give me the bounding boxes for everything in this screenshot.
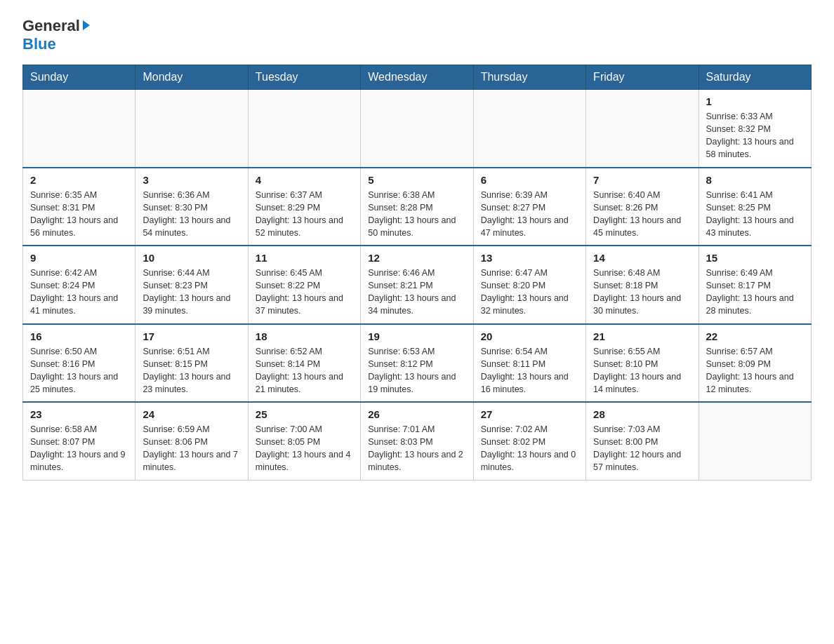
day-info: Sunrise: 6:52 AMSunset: 8:14 PMDaylight:…	[256, 345, 353, 396]
calendar-week-row: 23Sunrise: 6:58 AMSunset: 8:07 PMDayligh…	[23, 402, 812, 480]
calendar-day-cell: 16Sunrise: 6:50 AMSunset: 8:16 PMDayligh…	[23, 324, 135, 403]
day-number: 20	[481, 330, 578, 342]
column-header-tuesday: Tuesday	[248, 65, 360, 90]
day-number: 14	[593, 252, 691, 264]
day-info: Sunrise: 6:51 AMSunset: 8:15 PMDaylight:…	[143, 345, 240, 396]
column-header-thursday: Thursday	[473, 65, 585, 90]
logo-general: General	[22, 17, 90, 35]
day-number: 2	[30, 174, 128, 186]
calendar-day-cell: 14Sunrise: 6:48 AMSunset: 8:18 PMDayligh…	[586, 246, 699, 324]
column-header-friday: Friday	[586, 65, 699, 90]
day-info: Sunrise: 6:55 AMSunset: 8:10 PMDaylight:…	[593, 345, 691, 396]
day-info: Sunrise: 7:03 AMSunset: 8:00 PMDaylight:…	[593, 423, 691, 474]
day-info: Sunrise: 6:47 AMSunset: 8:20 PMDaylight:…	[481, 267, 578, 318]
calendar-day-cell: 6Sunrise: 6:39 AMSunset: 8:27 PMDaylight…	[473, 168, 585, 246]
calendar-day-cell: 10Sunrise: 6:44 AMSunset: 8:23 PMDayligh…	[135, 246, 248, 324]
calendar-day-cell: 23Sunrise: 6:58 AMSunset: 8:07 PMDayligh…	[23, 402, 135, 480]
calendar-day-cell: 5Sunrise: 6:38 AMSunset: 8:28 PMDaylight…	[361, 168, 473, 246]
logo: General Blue	[22, 17, 90, 53]
day-number: 25	[256, 408, 353, 420]
day-info: Sunrise: 6:53 AMSunset: 8:12 PMDaylight:…	[368, 345, 465, 396]
calendar-day-cell: 26Sunrise: 7:01 AMSunset: 8:03 PMDayligh…	[361, 402, 473, 480]
logo-general-text: General	[22, 17, 80, 35]
day-info: Sunrise: 6:41 AMSunset: 8:25 PMDaylight:…	[706, 189, 804, 240]
calendar-day-cell: 18Sunrise: 6:52 AMSunset: 8:14 PMDayligh…	[248, 324, 360, 403]
day-info: Sunrise: 7:01 AMSunset: 8:03 PMDaylight:…	[368, 423, 465, 474]
calendar-week-row: 2Sunrise: 6:35 AMSunset: 8:31 PMDaylight…	[23, 168, 812, 246]
day-number: 28	[593, 408, 691, 420]
day-number: 15	[706, 252, 804, 264]
day-number: 21	[593, 330, 691, 342]
day-info: Sunrise: 6:39 AMSunset: 8:27 PMDaylight:…	[481, 189, 578, 240]
calendar-day-cell: 12Sunrise: 6:46 AMSunset: 8:21 PMDayligh…	[361, 246, 473, 324]
day-number: 10	[143, 252, 240, 264]
calendar-day-cell	[473, 90, 585, 168]
day-info: Sunrise: 6:37 AMSunset: 8:29 PMDaylight:…	[256, 189, 353, 240]
calendar-day-cell: 1Sunrise: 6:33 AMSunset: 8:32 PMDaylight…	[699, 90, 811, 168]
calendar-day-cell: 3Sunrise: 6:36 AMSunset: 8:30 PMDaylight…	[135, 168, 248, 246]
calendar-day-cell: 11Sunrise: 6:45 AMSunset: 8:22 PMDayligh…	[248, 246, 360, 324]
day-number: 7	[593, 174, 691, 186]
day-number: 17	[143, 330, 240, 342]
day-number: 22	[706, 330, 804, 342]
logo-arrow-icon	[83, 20, 90, 30]
day-number: 11	[256, 252, 353, 264]
day-number: 26	[368, 408, 465, 420]
calendar-day-cell: 8Sunrise: 6:41 AMSunset: 8:25 PMDaylight…	[699, 168, 811, 246]
day-info: Sunrise: 6:36 AMSunset: 8:30 PMDaylight:…	[143, 189, 240, 240]
day-number: 9	[30, 252, 128, 264]
day-info: Sunrise: 6:35 AMSunset: 8:31 PMDaylight:…	[30, 189, 128, 240]
day-number: 23	[30, 408, 128, 420]
day-info: Sunrise: 6:44 AMSunset: 8:23 PMDaylight:…	[143, 267, 240, 318]
calendar-day-cell	[135, 90, 248, 168]
day-number: 12	[368, 252, 465, 264]
calendar-day-cell	[361, 90, 473, 168]
day-info: Sunrise: 6:57 AMSunset: 8:09 PMDaylight:…	[706, 345, 804, 396]
calendar-day-cell	[586, 90, 699, 168]
day-info: Sunrise: 7:02 AMSunset: 8:02 PMDaylight:…	[481, 423, 578, 474]
column-header-sunday: Sunday	[23, 65, 135, 90]
calendar-day-cell	[23, 90, 135, 168]
calendar-day-cell: 20Sunrise: 6:54 AMSunset: 8:11 PMDayligh…	[473, 324, 585, 403]
day-number: 3	[143, 174, 240, 186]
day-info: Sunrise: 6:59 AMSunset: 8:06 PMDaylight:…	[143, 423, 240, 474]
calendar-day-cell: 28Sunrise: 7:03 AMSunset: 8:00 PMDayligh…	[586, 402, 699, 480]
day-info: Sunrise: 6:49 AMSunset: 8:17 PMDaylight:…	[706, 267, 804, 318]
day-info: Sunrise: 6:46 AMSunset: 8:21 PMDaylight:…	[368, 267, 465, 318]
day-info: Sunrise: 7:00 AMSunset: 8:05 PMDaylight:…	[256, 423, 353, 474]
column-header-wednesday: Wednesday	[361, 65, 473, 90]
day-info: Sunrise: 6:48 AMSunset: 8:18 PMDaylight:…	[593, 267, 691, 318]
day-number: 4	[256, 174, 353, 186]
column-header-monday: Monday	[135, 65, 248, 90]
calendar-day-cell	[248, 90, 360, 168]
day-info: Sunrise: 6:38 AMSunset: 8:28 PMDaylight:…	[368, 189, 465, 240]
day-number: 6	[481, 174, 578, 186]
day-info: Sunrise: 6:33 AMSunset: 8:32 PMDaylight:…	[706, 110, 804, 161]
calendar-day-cell: 19Sunrise: 6:53 AMSunset: 8:12 PMDayligh…	[361, 324, 473, 403]
calendar-table: SundayMondayTuesdayWednesdayThursdayFrid…	[22, 65, 812, 481]
day-number: 24	[143, 408, 240, 420]
day-info: Sunrise: 6:50 AMSunset: 8:16 PMDaylight:…	[30, 345, 128, 396]
calendar-header-row: SundayMondayTuesdayWednesdayThursdayFrid…	[23, 65, 812, 90]
day-number: 27	[481, 408, 578, 420]
calendar-day-cell: 27Sunrise: 7:02 AMSunset: 8:02 PMDayligh…	[473, 402, 585, 480]
day-number: 16	[30, 330, 128, 342]
day-number: 19	[368, 330, 465, 342]
column-header-saturday: Saturday	[699, 65, 811, 90]
calendar-day-cell: 24Sunrise: 6:59 AMSunset: 8:06 PMDayligh…	[135, 402, 248, 480]
calendar-day-cell: 13Sunrise: 6:47 AMSunset: 8:20 PMDayligh…	[473, 246, 585, 324]
calendar-day-cell: 9Sunrise: 6:42 AMSunset: 8:24 PMDaylight…	[23, 246, 135, 324]
calendar-day-cell: 7Sunrise: 6:40 AMSunset: 8:26 PMDaylight…	[586, 168, 699, 246]
page-header: General Blue	[22, 17, 812, 53]
logo-blue-text: Blue	[22, 35, 56, 53]
calendar-week-row: 9Sunrise: 6:42 AMSunset: 8:24 PMDaylight…	[23, 246, 812, 324]
day-number: 18	[256, 330, 353, 342]
calendar-day-cell: 25Sunrise: 7:00 AMSunset: 8:05 PMDayligh…	[248, 402, 360, 480]
calendar-day-cell: 22Sunrise: 6:57 AMSunset: 8:09 PMDayligh…	[699, 324, 811, 403]
calendar-day-cell: 21Sunrise: 6:55 AMSunset: 8:10 PMDayligh…	[586, 324, 699, 403]
day-number: 5	[368, 174, 465, 186]
calendar-day-cell: 2Sunrise: 6:35 AMSunset: 8:31 PMDaylight…	[23, 168, 135, 246]
day-number: 13	[481, 252, 578, 264]
day-info: Sunrise: 6:54 AMSunset: 8:11 PMDaylight:…	[481, 345, 578, 396]
calendar-day-cell	[699, 402, 811, 480]
